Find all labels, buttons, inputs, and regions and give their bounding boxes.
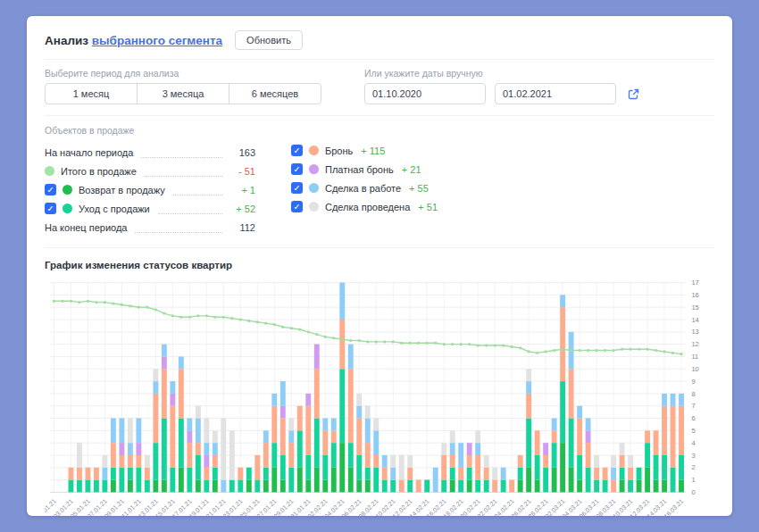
- chart-title: График изменения статусов квартир: [45, 260, 714, 270]
- checkbox[interactable]: ✓: [291, 163, 303, 175]
- period-label: Выберите период для анализа: [45, 68, 321, 79]
- total-line-layer: [53, 300, 683, 356]
- status-legend-rows: ✓Бронь+ 115✓Платная бронь+ 21✓Сделка в р…: [291, 125, 438, 237]
- checkbox[interactable]: ✓: [45, 203, 56, 214]
- svg-text:11: 11: [691, 353, 698, 361]
- svg-text:15: 15: [691, 303, 698, 312]
- stat-value: + 52: [230, 204, 255, 214]
- svg-text:7: 7: [691, 402, 695, 410]
- stat-row: ✓Уход с продажи+ 52: [45, 199, 255, 218]
- svg-text:6: 6: [691, 414, 695, 422]
- objects-for-sale-label: Объектов в продаже: [45, 125, 255, 136]
- status-color-dot: [63, 204, 72, 213]
- svg-text:10: 10: [691, 365, 698, 373]
- checkbox[interactable]: ✓: [45, 184, 56, 195]
- checkbox[interactable]: ✓: [291, 145, 303, 156]
- svg-text:1: 1: [691, 476, 695, 484]
- stat-label: На конец периода: [45, 222, 127, 233]
- status-color-dot: [309, 202, 319, 212]
- svg-text:2: 2: [691, 463, 695, 471]
- manual-dates-label: Или укажите даты вручную: [364, 68, 640, 79]
- stat-row: ✓Сделка проведена+ 51: [291, 197, 438, 216]
- period-group: Выберите период для анализа 1 месяц3 мес…: [45, 68, 321, 104]
- dotted-leader: [173, 195, 222, 195]
- page-title: Анализ выбранного сегмента: [45, 34, 222, 47]
- svg-text:12: 12: [691, 340, 698, 348]
- status-color-dot: [309, 164, 319, 174]
- stat-value: 163: [230, 147, 255, 158]
- svg-text:16: 16: [691, 291, 698, 299]
- svg-text:3: 3: [691, 452, 695, 460]
- stat-label: Итого в продаже: [61, 166, 137, 177]
- date-to-input[interactable]: [495, 83, 616, 104]
- period-button-3[interactable]: 6 месяцев: [229, 83, 321, 104]
- refresh-button[interactable]: Обновить: [235, 30, 303, 50]
- dotted-leader: [145, 176, 222, 177]
- analysis-card: Анализ выбранного сегмента Обновить Выбе…: [27, 16, 732, 516]
- status-color-dot: [309, 183, 319, 193]
- stat-row: ✓Бронь+ 115: [291, 141, 438, 160]
- x-axis-labels: 01.01.2103.01.2105.01.2107.01.2109.01.21…: [45, 498, 685, 516]
- segment-link[interactable]: выбранного сегмента: [92, 34, 222, 47]
- status-change-chart: 01.01.2103.01.2105.01.2107.01.2109.01.21…: [45, 276, 714, 516]
- stat-label: Возврат в продажу: [79, 185, 165, 195]
- stat-value: - 51: [230, 166, 255, 177]
- stat-row: ✓Платная бронь+ 21: [291, 160, 438, 179]
- svg-text:13: 13: [691, 328, 698, 336]
- stat-label: Платная бронь: [325, 164, 394, 175]
- svg-text:14: 14: [691, 316, 698, 324]
- status-color-dot: [45, 166, 54, 176]
- period-button-group: 1 месяц3 месяца6 месяцев: [45, 83, 321, 104]
- stat-row: Итого в продаже- 51: [45, 162, 255, 180]
- controls-row: Выберите период для анализа 1 месяц3 мес…: [45, 60, 714, 116]
- svg-text:9: 9: [691, 378, 695, 386]
- stat-label: Сделка проведена: [325, 202, 410, 212]
- stats-section: Объектов в продаже На начало периода163И…: [45, 116, 714, 248]
- stat-value: + 21: [402, 164, 421, 175]
- card-header: Анализ выбранного сегмента Обновить: [45, 27, 714, 60]
- period-button-2[interactable]: 3 месяца: [137, 83, 229, 104]
- dates-row: [364, 83, 640, 104]
- stat-label: Уход с продажи: [79, 204, 150, 214]
- svg-text:0: 0: [691, 488, 695, 496]
- stat-value: 112: [230, 222, 255, 233]
- stat-value: + 55: [409, 183, 429, 194]
- checkbox[interactable]: ✓: [291, 201, 303, 212]
- external-link-icon[interactable]: [627, 87, 640, 101]
- svg-text:17: 17: [691, 278, 698, 287]
- y-axis-labels: 01234567891011121314151617: [691, 278, 698, 496]
- svg-text:8: 8: [691, 390, 695, 398]
- checkbox[interactable]: ✓: [291, 182, 303, 194]
- stats-left-column: Объектов в продаже На начало периода163И…: [45, 125, 255, 237]
- stat-row: На конец периода112: [45, 218, 255, 237]
- chart-block: График изменения статусов квартир 01.01.…: [45, 260, 714, 516]
- stats-left-rows: На начало периода163Итого в продаже- 51✓…: [45, 143, 255, 237]
- date-from-input[interactable]: [364, 83, 486, 104]
- dotted-leader: [135, 232, 222, 233]
- stat-row: ✓Сделка в работе+ 55: [291, 179, 438, 197]
- manual-dates-group: Или укажите даты вручную: [364, 68, 640, 104]
- dotted-leader: [158, 213, 222, 214]
- stat-row: На начало периода163: [45, 143, 255, 162]
- stat-row: ✓Возврат в продажу+ 1: [45, 180, 255, 199]
- period-button-1[interactable]: 1 месяц: [45, 83, 138, 104]
- stat-value: + 1: [230, 185, 255, 195]
- stat-value: + 115: [361, 145, 385, 156]
- status-color-dot: [309, 145, 319, 155]
- stat-label: Сделка в работе: [325, 183, 401, 194]
- status-color-dot: [63, 185, 72, 195]
- svg-text:4: 4: [691, 439, 695, 447]
- stat-label: Бронь: [325, 145, 353, 156]
- dotted-leader: [141, 157, 222, 158]
- svg-text:5: 5: [691, 427, 695, 435]
- stat-value: + 51: [418, 202, 438, 212]
- stat-label: На начало периода: [45, 147, 133, 158]
- svg-text:16.03.21: 16.03.21: [663, 498, 685, 516]
- title-prefix: Анализ: [45, 34, 88, 47]
